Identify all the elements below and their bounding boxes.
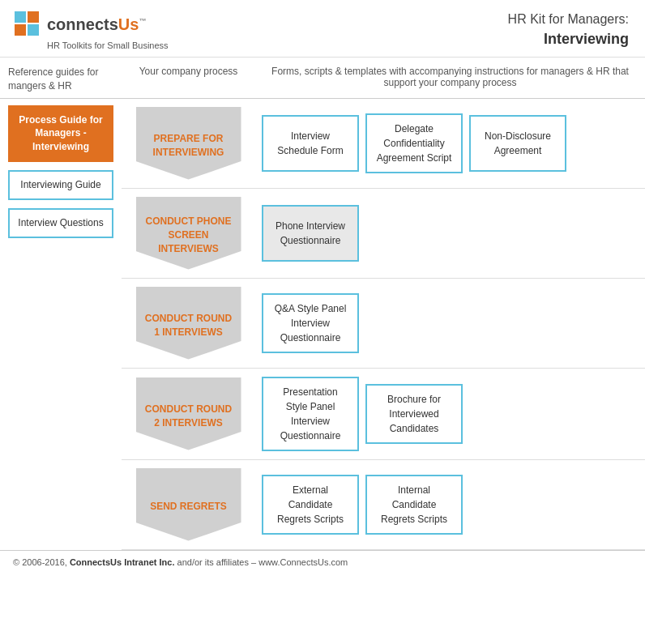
sidebar-item-0[interactable]: Process Guide for Managers - Interviewin… [8,105,113,162]
arrow-shape-4: SEND REGRETS [132,468,246,541]
process-col-1: CONDUCT PHONE SCREEN INTERVIEWS [122,189,255,278]
forms-col-0: Interview Schedule FormDelegate Confiden… [255,99,645,188]
process-area: PREPARE FOR INTERVIEWINGInterview Schedu… [122,99,645,550]
svg-rect-0 [15,11,26,23]
form-card-2-0[interactable]: Q&A Style Panel Interview Questionnaire [262,293,359,353]
process-label-0: PREPARE FOR INTERVIEWING [136,107,241,180]
form-card-3-0[interactable]: Presentation Style Panel Interview Quest… [262,377,359,451]
header: connectsUs™ HR Toolkits for Small Busine… [0,0,645,58]
process-label-1: CONDUCT PHONE SCREEN INTERVIEWS [136,197,241,270]
process-row-0: PREPARE FOR INTERVIEWINGInterview Schedu… [122,99,645,189]
logo-area: connectsUs™ HR Toolkits for Small Busine… [13,10,169,50]
svg-rect-3 [28,24,39,36]
forms-col-4: External Candidate Regrets ScriptsIntern… [255,460,645,549]
col-header-reference: Reference guides for mangers & HR [0,66,122,93]
logo-top: connectsUs™ [13,10,169,39]
form-card-3-1[interactable]: Brochure for Interviewed Candidates [365,384,463,444]
header-title: HR Kit for Managers: Interviewing [508,11,629,49]
footer-suffix-text: and/or its affiliates – www.ConnectsUs.c… [177,557,348,567]
process-label-4: SEND REGRETS [136,468,241,541]
svg-rect-2 [15,24,26,36]
process-col-3: CONDUCT ROUND 2 INTERVIEWS [122,369,255,459]
form-card-4-1[interactable]: Internal Candidate Regrets Scripts [365,475,463,535]
process-label-2: CONDUCT ROUND 1 INTERVIEWS [136,287,241,360]
forms-col-1: Phone Interview Questionnaire [255,189,645,278]
process-row-4: SEND REGRETSExternal Candidate Regrets S… [122,460,645,550]
col-header-forms: Forms, scripts & templates with accompan… [255,66,645,93]
forms-col-3: Presentation Style Panel Interview Quest… [255,369,645,459]
main-content: Process Guide for Managers - Interviewin… [0,99,645,550]
process-row-3: CONDUCT ROUND 2 INTERVIEWSPresentation S… [122,369,645,460]
form-card-0-0[interactable]: Interview Schedule Form [262,115,359,172]
sidebar-item-1[interactable]: Interviewing Guide [8,170,113,200]
sidebar-item-2[interactable]: Interview Questions [8,208,113,238]
process-col-0: PREPARE FOR INTERVIEWING [122,99,255,188]
process-col-4: SEND REGRETS [122,460,255,549]
footer: © 2006-2016, ConnectsUs Intranet Inc. an… [0,550,645,574]
form-card-4-0[interactable]: External Candidate Regrets Scripts [262,475,359,535]
footer-company: ConnectsUs Intranet Inc. [70,557,175,567]
logo-tagline: HR Toolkits for Small Business [47,41,169,50]
process-row-1: CONDUCT PHONE SCREEN INTERVIEWSPhone Int… [122,189,645,279]
arrow-shape-0: PREPARE FOR INTERVIEWING [132,107,246,180]
header-title-line2: Interviewing [508,29,629,49]
logo-icon [13,10,42,39]
logo-text: connectsUs™ [47,15,146,34]
column-headers: Reference guides for mangers & HR Your c… [0,58,645,99]
process-row-2: CONDUCT ROUND 1 INTERVIEWSQ&A Style Pane… [122,279,645,369]
arrow-shape-1: CONDUCT PHONE SCREEN INTERVIEWS [132,197,246,270]
form-card-1-0[interactable]: Phone Interview Questionnaire [262,205,359,262]
process-label-3: CONDUCT ROUND 2 INTERVIEWS [136,377,241,450]
arrow-shape-3: CONDUCT ROUND 2 INTERVIEWS [132,377,246,450]
forms-col-2: Q&A Style Panel Interview Questionnaire [255,279,645,368]
sidebar: Process Guide for Managers - Interviewin… [0,99,122,550]
process-col-2: CONDUCT ROUND 1 INTERVIEWS [122,279,255,368]
footer-copyright: © 2006-2016, [13,557,67,567]
form-card-0-1[interactable]: Delegate Confidentiality Agreement Scrip… [365,113,463,173]
col-header-process: Your company process [122,66,255,93]
arrow-shape-2: CONDUCT ROUND 1 INTERVIEWS [132,287,246,360]
svg-rect-1 [28,11,39,23]
form-card-0-2[interactable]: Non-Disclosure Agreement [469,115,566,172]
header-title-line1: HR Kit for Managers: [508,12,629,26]
